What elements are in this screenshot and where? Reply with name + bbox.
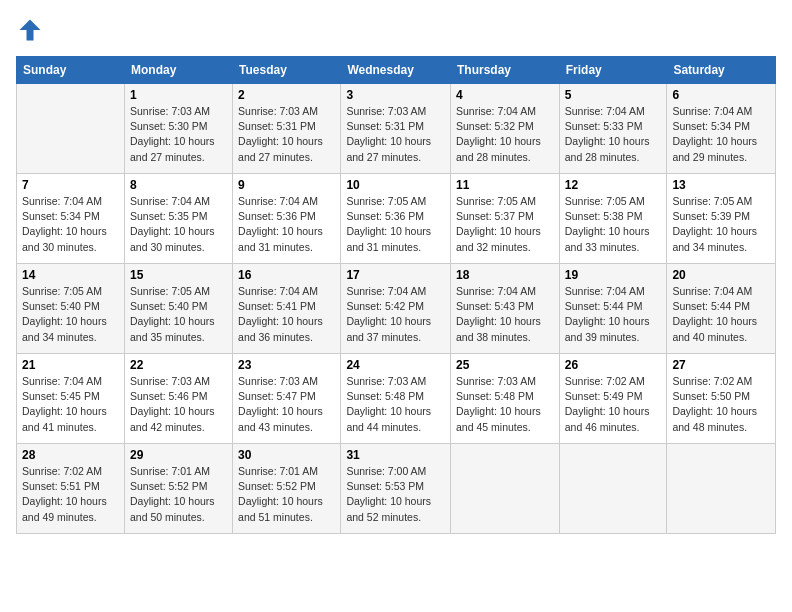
day-number: 4	[456, 88, 554, 102]
day-cell: 2Sunrise: 7:03 AM Sunset: 5:31 PM Daylig…	[233, 84, 341, 174]
day-cell: 3Sunrise: 7:03 AM Sunset: 5:31 PM Daylig…	[341, 84, 451, 174]
day-cell: 11Sunrise: 7:05 AM Sunset: 5:37 PM Dayli…	[451, 174, 560, 264]
col-header-tuesday: Tuesday	[233, 57, 341, 84]
day-info: Sunrise: 7:03 AM Sunset: 5:31 PM Dayligh…	[346, 104, 445, 165]
day-number: 21	[22, 358, 119, 372]
col-header-sunday: Sunday	[17, 57, 125, 84]
day-cell	[451, 444, 560, 534]
day-cell	[559, 444, 667, 534]
day-cell: 9Sunrise: 7:04 AM Sunset: 5:36 PM Daylig…	[233, 174, 341, 264]
day-info: Sunrise: 7:04 AM Sunset: 5:43 PM Dayligh…	[456, 284, 554, 345]
day-cell: 13Sunrise: 7:05 AM Sunset: 5:39 PM Dayli…	[667, 174, 776, 264]
day-info: Sunrise: 7:05 AM Sunset: 5:37 PM Dayligh…	[456, 194, 554, 255]
day-number: 15	[130, 268, 227, 282]
day-info: Sunrise: 7:00 AM Sunset: 5:53 PM Dayligh…	[346, 464, 445, 525]
day-cell: 30Sunrise: 7:01 AM Sunset: 5:52 PM Dayli…	[233, 444, 341, 534]
day-info: Sunrise: 7:03 AM Sunset: 5:48 PM Dayligh…	[346, 374, 445, 435]
day-cell: 29Sunrise: 7:01 AM Sunset: 5:52 PM Dayli…	[124, 444, 232, 534]
header-row: SundayMondayTuesdayWednesdayThursdayFrid…	[17, 57, 776, 84]
day-number: 1	[130, 88, 227, 102]
day-cell: 5Sunrise: 7:04 AM Sunset: 5:33 PM Daylig…	[559, 84, 667, 174]
col-header-wednesday: Wednesday	[341, 57, 451, 84]
day-cell: 26Sunrise: 7:02 AM Sunset: 5:49 PM Dayli…	[559, 354, 667, 444]
day-info: Sunrise: 7:04 AM Sunset: 5:41 PM Dayligh…	[238, 284, 335, 345]
col-header-thursday: Thursday	[451, 57, 560, 84]
day-number: 24	[346, 358, 445, 372]
day-info: Sunrise: 7:04 AM Sunset: 5:34 PM Dayligh…	[672, 104, 770, 165]
day-info: Sunrise: 7:05 AM Sunset: 5:39 PM Dayligh…	[672, 194, 770, 255]
day-cell: 16Sunrise: 7:04 AM Sunset: 5:41 PM Dayli…	[233, 264, 341, 354]
day-cell: 6Sunrise: 7:04 AM Sunset: 5:34 PM Daylig…	[667, 84, 776, 174]
day-cell: 31Sunrise: 7:00 AM Sunset: 5:53 PM Dayli…	[341, 444, 451, 534]
day-cell: 14Sunrise: 7:05 AM Sunset: 5:40 PM Dayli…	[17, 264, 125, 354]
day-info: Sunrise: 7:04 AM Sunset: 5:33 PM Dayligh…	[565, 104, 662, 165]
day-info: Sunrise: 7:02 AM Sunset: 5:51 PM Dayligh…	[22, 464, 119, 525]
day-info: Sunrise: 7:01 AM Sunset: 5:52 PM Dayligh…	[130, 464, 227, 525]
day-number: 3	[346, 88, 445, 102]
day-number: 31	[346, 448, 445, 462]
day-cell: 1Sunrise: 7:03 AM Sunset: 5:30 PM Daylig…	[124, 84, 232, 174]
day-cell: 22Sunrise: 7:03 AM Sunset: 5:46 PM Dayli…	[124, 354, 232, 444]
day-cell: 25Sunrise: 7:03 AM Sunset: 5:48 PM Dayli…	[451, 354, 560, 444]
day-cell: 7Sunrise: 7:04 AM Sunset: 5:34 PM Daylig…	[17, 174, 125, 264]
week-row-5: 28Sunrise: 7:02 AM Sunset: 5:51 PM Dayli…	[17, 444, 776, 534]
day-info: Sunrise: 7:05 AM Sunset: 5:36 PM Dayligh…	[346, 194, 445, 255]
day-info: Sunrise: 7:03 AM Sunset: 5:48 PM Dayligh…	[456, 374, 554, 435]
day-info: Sunrise: 7:04 AM Sunset: 5:32 PM Dayligh…	[456, 104, 554, 165]
day-number: 30	[238, 448, 335, 462]
day-number: 11	[456, 178, 554, 192]
day-number: 26	[565, 358, 662, 372]
day-number: 9	[238, 178, 335, 192]
day-info: Sunrise: 7:04 AM Sunset: 5:44 PM Dayligh…	[565, 284, 662, 345]
day-number: 20	[672, 268, 770, 282]
col-header-monday: Monday	[124, 57, 232, 84]
day-number: 6	[672, 88, 770, 102]
day-number: 7	[22, 178, 119, 192]
col-header-friday: Friday	[559, 57, 667, 84]
week-row-4: 21Sunrise: 7:04 AM Sunset: 5:45 PM Dayli…	[17, 354, 776, 444]
day-cell: 4Sunrise: 7:04 AM Sunset: 5:32 PM Daylig…	[451, 84, 560, 174]
day-number: 13	[672, 178, 770, 192]
day-number: 12	[565, 178, 662, 192]
week-row-3: 14Sunrise: 7:05 AM Sunset: 5:40 PM Dayli…	[17, 264, 776, 354]
day-number: 25	[456, 358, 554, 372]
day-info: Sunrise: 7:02 AM Sunset: 5:49 PM Dayligh…	[565, 374, 662, 435]
day-info: Sunrise: 7:03 AM Sunset: 5:46 PM Dayligh…	[130, 374, 227, 435]
day-info: Sunrise: 7:04 AM Sunset: 5:35 PM Dayligh…	[130, 194, 227, 255]
calendar-table: SundayMondayTuesdayWednesdayThursdayFrid…	[16, 56, 776, 534]
day-info: Sunrise: 7:04 AM Sunset: 5:36 PM Dayligh…	[238, 194, 335, 255]
svg-marker-1	[20, 20, 41, 41]
logo	[16, 16, 48, 44]
day-cell: 15Sunrise: 7:05 AM Sunset: 5:40 PM Dayli…	[124, 264, 232, 354]
week-row-2: 7Sunrise: 7:04 AM Sunset: 5:34 PM Daylig…	[17, 174, 776, 264]
logo-icon	[16, 16, 44, 44]
day-number: 29	[130, 448, 227, 462]
day-info: Sunrise: 7:04 AM Sunset: 5:42 PM Dayligh…	[346, 284, 445, 345]
day-info: Sunrise: 7:05 AM Sunset: 5:40 PM Dayligh…	[22, 284, 119, 345]
day-number: 2	[238, 88, 335, 102]
day-info: Sunrise: 7:04 AM Sunset: 5:34 PM Dayligh…	[22, 194, 119, 255]
day-cell	[17, 84, 125, 174]
week-row-1: 1Sunrise: 7:03 AM Sunset: 5:30 PM Daylig…	[17, 84, 776, 174]
day-info: Sunrise: 7:05 AM Sunset: 5:38 PM Dayligh…	[565, 194, 662, 255]
day-cell: 8Sunrise: 7:04 AM Sunset: 5:35 PM Daylig…	[124, 174, 232, 264]
day-number: 19	[565, 268, 662, 282]
day-cell: 12Sunrise: 7:05 AM Sunset: 5:38 PM Dayli…	[559, 174, 667, 264]
day-number: 27	[672, 358, 770, 372]
day-cell: 23Sunrise: 7:03 AM Sunset: 5:47 PM Dayli…	[233, 354, 341, 444]
day-cell: 19Sunrise: 7:04 AM Sunset: 5:44 PM Dayli…	[559, 264, 667, 354]
day-info: Sunrise: 7:03 AM Sunset: 5:47 PM Dayligh…	[238, 374, 335, 435]
day-cell: 17Sunrise: 7:04 AM Sunset: 5:42 PM Dayli…	[341, 264, 451, 354]
day-info: Sunrise: 7:03 AM Sunset: 5:30 PM Dayligh…	[130, 104, 227, 165]
day-number: 14	[22, 268, 119, 282]
day-number: 22	[130, 358, 227, 372]
day-number: 8	[130, 178, 227, 192]
day-cell: 28Sunrise: 7:02 AM Sunset: 5:51 PM Dayli…	[17, 444, 125, 534]
day-info: Sunrise: 7:04 AM Sunset: 5:44 PM Dayligh…	[672, 284, 770, 345]
day-cell: 20Sunrise: 7:04 AM Sunset: 5:44 PM Dayli…	[667, 264, 776, 354]
day-cell: 21Sunrise: 7:04 AM Sunset: 5:45 PM Dayli…	[17, 354, 125, 444]
day-info: Sunrise: 7:02 AM Sunset: 5:50 PM Dayligh…	[672, 374, 770, 435]
day-cell: 10Sunrise: 7:05 AM Sunset: 5:36 PM Dayli…	[341, 174, 451, 264]
day-info: Sunrise: 7:01 AM Sunset: 5:52 PM Dayligh…	[238, 464, 335, 525]
day-cell: 27Sunrise: 7:02 AM Sunset: 5:50 PM Dayli…	[667, 354, 776, 444]
